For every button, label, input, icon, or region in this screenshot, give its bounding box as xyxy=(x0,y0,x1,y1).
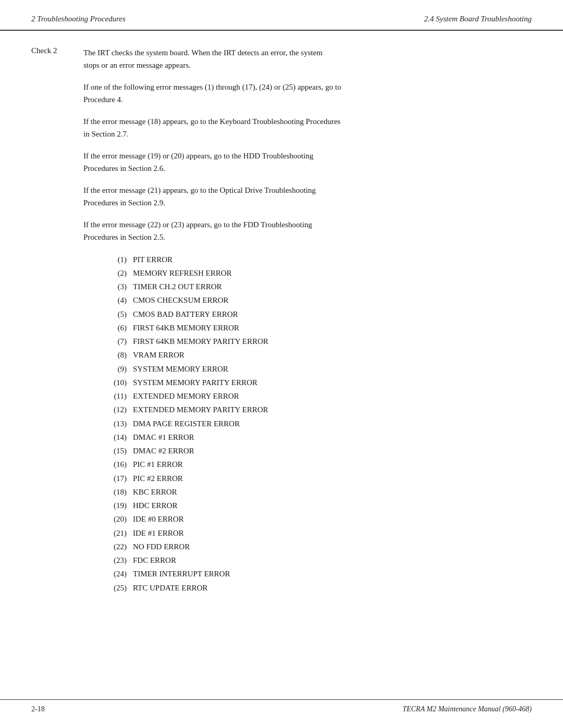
error-label: EXTENDED MEMORY PARITY ERROR xyxy=(133,403,268,417)
check-intro-line1: The IRT checks the system board. When th… xyxy=(83,48,323,57)
error-number: (13) xyxy=(104,417,133,430)
footer-document-title: TECRA M2 Maintenance Manual (960-468) xyxy=(402,705,532,713)
check-2-section: Check 2 The IRT checks the system board.… xyxy=(31,46,532,81)
paragraph-4: If the error message (21) appears, go to… xyxy=(83,184,532,209)
error-number: (18) xyxy=(104,485,133,499)
error-number: (3) xyxy=(104,280,133,294)
error-label: TIMER INTERRUPT ERROR xyxy=(133,567,268,581)
error-number: (4) xyxy=(104,294,133,307)
error-label: EXTENDED MEMORY ERROR xyxy=(133,390,268,403)
error-number: (7) xyxy=(104,335,133,349)
list-item: (6)FIRST 64KB MEMORY ERROR xyxy=(104,321,268,335)
error-label: PIT ERROR xyxy=(133,253,268,266)
error-label: TIMER CH.2 OUT ERROR xyxy=(133,280,268,294)
error-label: SYSTEM MEMORY ERROR xyxy=(133,362,268,376)
list-item: (10)SYSTEM MEMORY PARITY ERROR xyxy=(104,376,268,389)
error-number: (17) xyxy=(104,472,133,485)
error-label: CMOS CHECKSUM ERROR xyxy=(133,294,268,307)
para4-line2: Procedures in Section 2.9. xyxy=(83,199,165,207)
list-item: (17)PIC #2 ERROR xyxy=(104,472,268,485)
list-item: (20)IDE #0 ERROR xyxy=(104,513,268,526)
error-label: PIC #1 ERROR xyxy=(133,458,268,472)
error-number: (22) xyxy=(104,540,133,553)
check-body: The IRT checks the system board. When th… xyxy=(83,46,532,81)
list-item: (22)NO FDD ERROR xyxy=(104,540,268,553)
check-intro: The IRT checks the system board. When th… xyxy=(83,46,532,71)
list-item: (7)FIRST 64KB MEMORY PARITY ERROR xyxy=(104,335,268,349)
para4-line1: If the error message (21) appears, go to… xyxy=(83,186,316,194)
error-list-table: (1)PIT ERROR(2)MEMORY REFRESH ERROR(3)TI… xyxy=(104,253,268,595)
list-item: (11)EXTENDED MEMORY ERROR xyxy=(104,390,268,403)
list-item: (1)PIT ERROR xyxy=(104,253,268,266)
paragraph-5: If the error message (22) or (23) appear… xyxy=(83,218,532,243)
paragraph-1: If one of the following error messages (… xyxy=(83,81,532,106)
error-label: FDC ERROR xyxy=(133,554,268,567)
error-number: (23) xyxy=(104,554,133,567)
page-footer: 2-18 TECRA M2 Maintenance Manual (960-46… xyxy=(0,699,563,713)
para2-line2: in Section 2.7. xyxy=(83,130,129,138)
error-label: HDC ERROR xyxy=(133,499,268,513)
error-number: (20) xyxy=(104,513,133,526)
list-item: (19)HDC ERROR xyxy=(104,499,268,513)
error-label: DMA PAGE REGISTER ERROR xyxy=(133,417,268,430)
error-label: FIRST 64KB MEMORY ERROR xyxy=(133,321,268,335)
error-label: KBC ERROR xyxy=(133,485,268,499)
check-label: Check 2 xyxy=(31,46,83,81)
list-item: (5)CMOS BAD BATTERY ERROR xyxy=(104,307,268,321)
check-intro-line2: stops or an error message appears. xyxy=(83,61,191,69)
error-number: (16) xyxy=(104,458,133,472)
error-label: PIC #2 ERROR xyxy=(133,472,268,485)
page: 2 Troubleshooting Procedures 2.4 System … xyxy=(0,0,563,728)
error-number: (6) xyxy=(104,321,133,335)
error-number: (21) xyxy=(104,526,133,540)
para5-line2: Procedures in Section 2.5. xyxy=(83,233,165,241)
error-label: MEMORY REFRESH ERROR xyxy=(133,266,268,280)
error-number: (11) xyxy=(104,390,133,403)
list-item: (18)KBC ERROR xyxy=(104,485,268,499)
error-label: IDE #1 ERROR xyxy=(133,526,268,540)
error-label: FIRST 64KB MEMORY PARITY ERROR xyxy=(133,335,268,349)
error-number: (15) xyxy=(104,445,133,458)
error-number: (2) xyxy=(104,266,133,280)
error-label: RTC UPDATE ERROR xyxy=(133,581,268,595)
list-item: (23)FDC ERROR xyxy=(104,554,268,567)
list-item: (25)RTC UPDATE ERROR xyxy=(104,581,268,595)
error-number: (14) xyxy=(104,430,133,444)
error-list-section: (1)PIT ERROR(2)MEMORY REFRESH ERROR(3)TI… xyxy=(83,253,532,595)
para5-line1: If the error message (22) or (23) appear… xyxy=(83,220,312,229)
paragraph-2: If the error message (18) appears, go to… xyxy=(83,115,532,140)
list-item: (12)EXTENDED MEMORY PARITY ERROR xyxy=(104,403,268,417)
list-item: (4)CMOS CHECKSUM ERROR xyxy=(104,294,268,307)
page-header: 2 Troubleshooting Procedures 2.4 System … xyxy=(0,0,563,31)
error-label: CMOS BAD BATTERY ERROR xyxy=(133,307,268,321)
list-item: (9)SYSTEM MEMORY ERROR xyxy=(104,362,268,376)
paragraph-3: If the error message (19) or (20) appear… xyxy=(83,150,532,175)
list-item: (8)VRAM ERROR xyxy=(104,349,268,362)
page-content: Check 2 The IRT checks the system board.… xyxy=(0,46,563,595)
error-number: (9) xyxy=(104,362,133,376)
para1-line1: If one of the following error messages (… xyxy=(83,83,341,91)
para3-line1: If the error message (19) or (20) appear… xyxy=(83,152,313,160)
error-label: NO FDD ERROR xyxy=(133,540,268,553)
list-item: (15)DMAC #2 ERROR xyxy=(104,445,268,458)
error-number: (1) xyxy=(104,253,133,266)
header-section-left: 2 Troubleshooting Procedures xyxy=(31,15,126,23)
para1-line2: Procedure 4. xyxy=(83,95,123,104)
error-label: DMAC #1 ERROR xyxy=(133,430,268,444)
error-label: SYSTEM MEMORY PARITY ERROR xyxy=(133,376,268,389)
list-item: (16)PIC #1 ERROR xyxy=(104,458,268,472)
para2-line1: If the error message (18) appears, go to… xyxy=(83,117,340,126)
list-item: (21)IDE #1 ERROR xyxy=(104,526,268,540)
list-item: (14)DMAC #1 ERROR xyxy=(104,430,268,444)
list-item: (2)MEMORY REFRESH ERROR xyxy=(104,266,268,280)
error-number: (10) xyxy=(104,376,133,389)
error-number: (8) xyxy=(104,349,133,362)
list-item: (24)TIMER INTERRUPT ERROR xyxy=(104,567,268,581)
header-section-right: 2.4 System Board Troubleshooting xyxy=(424,15,532,23)
error-number: (5) xyxy=(104,307,133,321)
error-label: DMAC #2 ERROR xyxy=(133,445,268,458)
error-number: (25) xyxy=(104,581,133,595)
error-number: (12) xyxy=(104,403,133,417)
error-label: VRAM ERROR xyxy=(133,349,268,362)
error-label: IDE #0 ERROR xyxy=(133,513,268,526)
